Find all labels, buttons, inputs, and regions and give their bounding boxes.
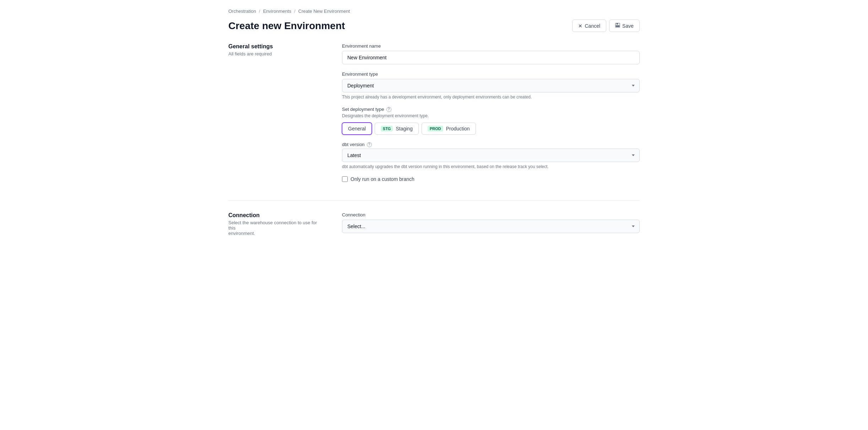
deployment-type-production[interactable]: PROD Production [422,123,476,135]
general-settings-sidebar: General settings All fields are required [228,43,342,189]
deployment-type-desc: Designates the deployment environment ty… [342,113,640,118]
general-settings-subtitle: All fields are required [228,51,325,57]
deployment-type-staging[interactable]: STG Staging [375,123,419,135]
breadcrumb-environments[interactable]: Environments [263,9,291,14]
breadcrumb-orchestration[interactable]: Orchestration [228,9,256,14]
general-settings-title: General settings [228,43,325,50]
custom-branch-group: Only run on a custom branch [342,176,640,182]
dbt-version-select-wrapper: Latest [342,149,640,162]
deployment-type-staging-label: Staging [396,126,412,131]
breadcrumb-sep-2: / [294,9,295,14]
dbt-version-group: dbt version ? Latest dbt automatically u… [342,142,640,169]
connection-subtitle: Select the warehouse connection to use f… [228,220,325,236]
environment-name-group: Environment name [342,43,640,64]
production-badge: PROD [428,126,443,131]
deployment-type-help-icon[interactable]: ? [386,107,391,112]
dbt-version-help-icon[interactable]: ? [367,142,372,147]
connection-section: Connection Select the warehouse connecti… [228,200,640,252]
svg-rect-1 [617,23,618,25]
svg-rect-2 [616,25,619,27]
deployment-type-production-label: Production [446,126,470,131]
deployment-type-label-text: Set deployment type [342,107,384,112]
cancel-label: Cancel [585,23,600,29]
save-button[interactable]: Save [609,20,640,32]
connection-title: Connection [228,212,325,219]
connection-label: Connection [342,212,640,217]
dbt-version-label-row: dbt version ? [342,142,640,147]
general-settings-section: General settings All fields are required… [228,43,640,200]
deployment-type-general-label: General [348,126,366,131]
environment-type-group: Environment type Deployment This project… [342,71,640,100]
dbt-version-note: dbt automatically upgrades the dbt versi… [342,164,640,169]
connection-select[interactable]: Select... [342,220,640,233]
environment-type-select[interactable]: Deployment [342,79,640,92]
staging-badge: STG [381,126,393,131]
custom-branch-checkbox[interactable] [342,176,348,182]
deployment-type-options: General STG Staging PROD Production [342,123,640,135]
connection-select-wrapper: Select... [342,220,640,233]
environment-type-note: This project already has a development e… [342,95,640,100]
general-settings-content: Environment name Environment type Deploy… [342,43,640,189]
breadcrumb: Orchestration / Environments / Create Ne… [228,9,640,14]
connection-group: Connection Select... [342,212,640,233]
connection-subtitle-line2: environment. [228,231,255,236]
sections-container: General settings All fields are required… [228,43,640,252]
breadcrumb-sep-1: / [259,9,260,14]
save-icon [615,23,620,29]
custom-branch-wrapper: Only run on a custom branch [342,176,640,182]
custom-branch-label[interactable]: Only run on a custom branch [351,176,414,182]
deployment-type-group: Set deployment type ? Designates the dep… [342,107,640,135]
dbt-version-label-text: dbt version [342,142,365,147]
page-title: Create new Environment [228,20,345,32]
cancel-icon: ✕ [578,23,582,29]
dbt-version-select[interactable]: Latest [342,149,640,162]
environment-type-select-wrapper: Deployment [342,79,640,92]
cancel-button[interactable]: ✕ Cancel [572,20,606,32]
breadcrumb-current: Create New Environment [298,9,350,14]
connection-content: Connection Select... [342,212,640,240]
connection-sidebar: Connection Select the warehouse connecti… [228,212,342,240]
header-actions: ✕ Cancel Save [572,20,640,32]
environment-name-label: Environment name [342,43,640,49]
deployment-type-label-row: Set deployment type ? [342,107,640,112]
connection-subtitle-line1: Select the warehouse connection to use f… [228,220,317,231]
deployment-type-general[interactable]: General [342,123,372,135]
environment-name-input[interactable] [342,51,640,64]
page-header: Create new Environment ✕ Cancel Save [228,20,640,32]
save-label: Save [622,23,634,29]
environment-type-label: Environment type [342,71,640,77]
